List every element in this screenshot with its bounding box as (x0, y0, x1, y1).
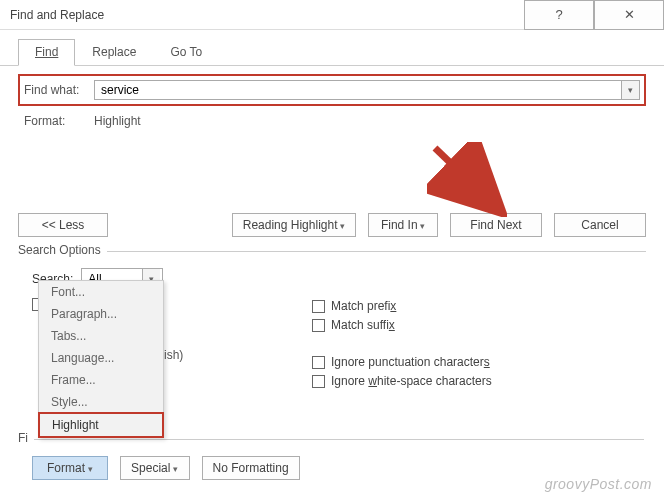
format-button[interactable]: Format (32, 456, 108, 480)
english-suffix-peek: ish) (164, 348, 183, 362)
ignore-whitespace-checkbox[interactable]: Ignore white-space characters (312, 374, 638, 388)
titlebar: Find and Replace ? ✕ (0, 0, 664, 30)
window-title: Find and Replace (10, 8, 104, 22)
find-what-row: Find what: ▾ (24, 80, 640, 100)
checkbox-icon (312, 375, 325, 388)
match-suffix-checkbox[interactable]: Match suffix (312, 318, 638, 332)
match-prefix-label: Match prefix (331, 299, 396, 313)
format-popup-menu: Font... Paragraph... Tabs... Language...… (38, 280, 164, 438)
format-value: Highlight (94, 114, 141, 128)
find-bottom-heading: Fi (18, 439, 644, 454)
find-what-input[interactable] (95, 81, 621, 99)
search-options-heading-text: Search Options (18, 243, 107, 257)
checkbox-icon (312, 319, 325, 332)
popup-item-paragraph[interactable]: Paragraph... (39, 303, 163, 325)
popup-item-frame[interactable]: Frame... (39, 369, 163, 391)
find-what-highlight: Find what: ▾ (18, 74, 646, 106)
window-controls: ? ✕ (524, 0, 664, 30)
format-row: Format: Highlight (18, 110, 646, 128)
less-button[interactable]: << Less (18, 213, 108, 237)
tab-bar: Find Replace Go To (0, 30, 664, 66)
match-prefix-checkbox[interactable]: Match prefix (312, 299, 638, 313)
popup-item-tabs[interactable]: Tabs... (39, 325, 163, 347)
cancel-button[interactable]: Cancel (554, 213, 646, 237)
find-what-drop-icon[interactable]: ▾ (621, 81, 639, 99)
tab-goto[interactable]: Go To (153, 39, 219, 66)
popup-item-highlight[interactable]: Highlight (38, 412, 164, 438)
find-bottom-heading-text: Fi (18, 431, 34, 445)
tab-find[interactable]: Find (18, 39, 75, 66)
popup-item-font[interactable]: Font... (39, 281, 163, 303)
no-formatting-button[interactable]: No Formatting (202, 456, 300, 480)
find-next-button[interactable]: Find Next (450, 213, 542, 237)
special-button[interactable]: Special (120, 456, 190, 480)
ignore-whitespace-label: Ignore white-space characters (331, 374, 492, 388)
find-what-combo[interactable]: ▾ (94, 80, 640, 100)
search-options-heading: Search Options (18, 251, 646, 266)
close-button[interactable]: ✕ (594, 0, 664, 30)
checkbox-icon (312, 356, 325, 369)
checkbox-icon (312, 300, 325, 313)
ignore-punctuation-label: Ignore punctuation characters (331, 355, 490, 369)
find-in-button[interactable]: Find In (368, 213, 438, 237)
watermark: groovyPost.com (545, 476, 652, 492)
options-right-column: Match prefix Match suffix Ignore punctua… (312, 297, 638, 393)
reading-highlight-button[interactable]: Reading Highlight (232, 213, 356, 237)
match-suffix-label: Match suffix (331, 318, 395, 332)
tab-find-label: Find (35, 45, 58, 59)
ignore-punctuation-checkbox[interactable]: Ignore punctuation characters (312, 355, 638, 369)
popup-item-language[interactable]: Language... (39, 347, 163, 369)
find-bottom-section: Fi Format Special No Formatting (18, 435, 644, 480)
format-label: Format: (24, 114, 86, 128)
find-what-label: Find what: (24, 83, 86, 97)
help-button[interactable]: ? (524, 0, 594, 30)
action-button-row: << Less Reading Highlight Find In Find N… (18, 213, 646, 247)
tab-replace[interactable]: Replace (75, 39, 153, 66)
popup-item-style[interactable]: Style... (39, 391, 163, 413)
